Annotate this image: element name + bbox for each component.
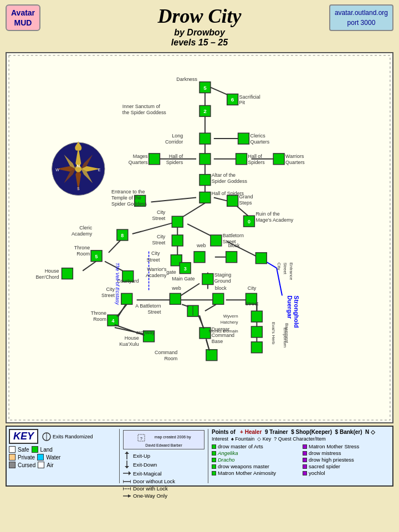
key-left: KEY Exits Randomized Safe Land Private W… [9, 429, 120, 483]
svg-text:the Spider Goddess: the Spider Goddess [122, 110, 167, 115]
map-container: N S W E [6, 52, 393, 423]
svg-text:The Veil of Ecstasy: The Veil of Ecstasy [115, 263, 120, 305]
svg-rect-137 [202, 274, 213, 285]
svg-text:Main Gate: Main Gate [172, 276, 195, 282]
air-box [38, 462, 44, 468]
subtitle-levels: levels 15 – 25 [0, 38, 399, 48]
svg-rect-74 [236, 154, 247, 165]
svg-text:Kua'Xulu: Kua'Xulu [119, 341, 139, 347]
dot-green-3 [212, 458, 216, 462]
svg-text:2: 2 [203, 108, 207, 114]
svg-text:gate: gate [166, 269, 176, 275]
svg-text:E: E [98, 168, 101, 172]
dot-purple-5 [303, 471, 307, 475]
svg-text:?: ? [140, 437, 142, 441]
svg-text:web: web [196, 243, 206, 248]
dot-purple-4 [303, 464, 307, 469]
svg-text:Ben'Chord: Ben'Chord [36, 274, 59, 280]
corner-left-badge: Avatar MUD [6, 4, 40, 31]
svg-text:Darkness: Darkness [176, 76, 197, 82]
dot-green-2 [212, 451, 216, 456]
svg-text:Street: Street [147, 257, 160, 263]
svg-text:Clerics: Clerics [250, 133, 265, 139]
svg-rect-77 [149, 154, 160, 165]
svg-text:A Battletorn: A Battletorn [135, 303, 161, 309]
svg-rect-106 [172, 235, 183, 246]
svg-text:Warrior's: Warrior's [147, 267, 167, 272]
land-box [32, 446, 38, 453]
dot-purple-1 [303, 444, 307, 449]
svg-text:Grand: Grand [239, 194, 253, 200]
key-right: Points of + Healer 9 Trainer $ Shop(Keep… [208, 429, 390, 483]
poi-title: Points of + Healer 9 Trainer $ Shop(Keep… [212, 429, 390, 435]
svg-text:Temple of the: Temple of the [111, 195, 141, 201]
key-middle: ? map created 2006 byDavid Edward Barber… [120, 429, 208, 483]
svg-rect-95 [172, 216, 183, 227]
svg-text:Academy: Academy [71, 231, 93, 237]
svg-text:Street: Street [148, 309, 161, 315]
private-box [9, 454, 16, 461]
svg-rect-65 [200, 133, 211, 144]
server-address: avatar.outland.org [335, 9, 388, 17]
water-box [37, 454, 44, 461]
svg-rect-170 [251, 311, 262, 322]
svg-text:Room: Room [164, 356, 177, 361]
svg-text:block: block [228, 243, 240, 248]
svg-text:Quarters: Quarters [129, 160, 148, 165]
svg-text:Entrance: Entrance [289, 263, 294, 280]
dot-green-5 [212, 471, 216, 475]
svg-text:Pit: Pit [239, 100, 245, 105]
svg-text:Spider Goddess: Spider Goddess [212, 178, 248, 184]
dot-green-4 [212, 464, 216, 469]
svg-text:City: City [248, 285, 257, 291]
svg-rect-71 [200, 154, 211, 165]
svg-rect-143 [121, 293, 132, 304]
svg-marker-209 [128, 494, 131, 498]
svg-text:City: City [277, 263, 282, 270]
svg-text:Quarters: Quarters [285, 160, 305, 165]
svg-rect-92 [227, 195, 238, 206]
svg-text:3: 3 [184, 266, 187, 272]
svg-text:Street: Street [152, 216, 166, 221]
svg-rect-86 [200, 192, 211, 203]
svg-text:Warriors: Warriors [285, 154, 304, 159]
svg-text:Cleric: Cleric [79, 225, 92, 231]
svg-text:web: web [171, 285, 181, 291]
svg-text:Stronghold: Stronghold [293, 295, 300, 328]
svg-rect-109 [211, 235, 222, 246]
svg-text:Staging: Staging [214, 272, 231, 278]
svg-text:block: block [215, 285, 227, 291]
svg-text:Mages: Mages [133, 154, 148, 159]
server-port: port 3000 [347, 19, 376, 27]
svg-text:6: 6 [231, 96, 234, 103]
avatar-label: Avatar [11, 8, 35, 17]
svg-text:5: 5 [95, 254, 98, 259]
dot-purple-3 [303, 458, 307, 462]
header: Avatar MUD Drow City by Drowboy levels 1… [0, 0, 399, 50]
svg-text:4: 4 [111, 318, 114, 324]
svg-text:N: N [76, 163, 80, 168]
svg-text:W: W [55, 168, 59, 172]
svg-text:Throne: Throne [91, 310, 106, 316]
svg-rect-124 [194, 252, 205, 263]
svg-text:Ruin of the: Ruin of the [255, 211, 279, 217]
svg-text:Room: Room [93, 316, 106, 322]
svg-text:Spiders: Spiders [248, 160, 265, 165]
svg-text:House: House [45, 268, 59, 274]
svg-rect-126 [226, 252, 237, 263]
cursed-box [9, 462, 16, 468]
svg-text:Steps: Steps [239, 200, 252, 206]
svg-text:Street: Street [152, 240, 166, 245]
svg-text:Sacrificial: Sacrificial [239, 94, 260, 100]
credit-box: ? map created 2006 byDavid Edward Barber [123, 430, 204, 449]
svg-text:City: City [157, 234, 166, 239]
svg-text:Academy: Academy [146, 273, 167, 278]
svg-text:Battletorn: Battletorn [223, 233, 244, 238]
svg-text:5: 5 [203, 85, 207, 91]
svg-rect-83 [200, 175, 211, 186]
svg-text:Base: Base [212, 339, 223, 344]
svg-text:Eval's Herb: Eval's Herb [271, 322, 276, 345]
svg-marker-199 [125, 466, 129, 468]
svg-rect-167 [206, 350, 217, 361]
svg-text:0: 0 [248, 219, 250, 224]
